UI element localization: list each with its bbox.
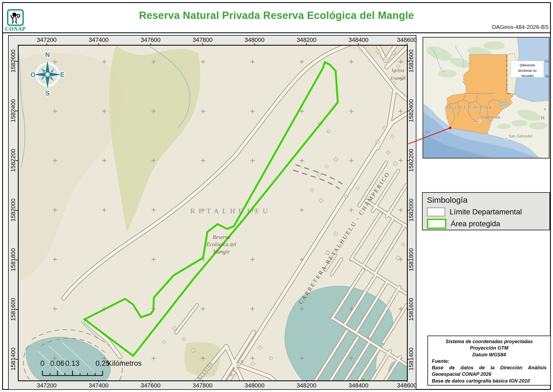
x-tick-label: 347400 bbox=[89, 36, 109, 43]
x-tick-label: 348200 bbox=[296, 36, 316, 43]
main-map-frame: 347200 347400 347600 347800 348000 34820… bbox=[8, 35, 416, 390]
map-canvas bbox=[18, 45, 408, 381]
conap-label: CONAP bbox=[4, 26, 27, 32]
source-heading: Fuente: bbox=[432, 358, 547, 364]
scale-tick-label: 0.06 bbox=[50, 359, 65, 368]
scale-tick-label: 0 bbox=[40, 359, 44, 368]
x-tick-label: 348000 bbox=[245, 36, 264, 43]
document-id: DAGeos-484-2026-BS bbox=[492, 24, 549, 30]
x-tick-label: 347200 bbox=[37, 382, 56, 389]
scale-tick-label: 0.13 bbox=[65, 359, 80, 368]
x-tick-label: 348600 bbox=[397, 382, 417, 389]
header-divider bbox=[2, 32, 551, 33]
san-salvador-dot bbox=[505, 137, 507, 140]
coordinate-strip-right: 1582600 1582400 1582200 1582000 1581800 … bbox=[407, 45, 416, 380]
legend-item-departmental: Límite Departamental bbox=[427, 207, 545, 217]
compass-east-label: E bbox=[60, 71, 65, 78]
compass-rose-icon: N S E O bbox=[30, 49, 65, 96]
coordinate-strip-left: 1582600 1582400 1582200 1582000 1581800 … bbox=[9, 45, 18, 380]
city-dot bbox=[544, 108, 546, 110]
projection-line: Proyección GTM bbox=[432, 345, 547, 351]
x-tick-label: 348000 bbox=[245, 382, 264, 389]
source-line-1: Base de datos de la Dirección Análisis G… bbox=[432, 364, 547, 378]
territorial-dispute-note: Diferendo territorial no resuelto bbox=[511, 61, 544, 77]
legend-title: Simbología bbox=[427, 195, 545, 205]
x-tick-label: 348400 bbox=[349, 382, 368, 389]
compass-west-label: O bbox=[31, 71, 36, 78]
compass-south-label: S bbox=[45, 90, 50, 96]
x-tick-label: 347800 bbox=[193, 36, 213, 43]
x-tick-label: 347400 bbox=[89, 382, 109, 389]
capital-city-dot bbox=[478, 120, 481, 123]
x-tick-label: 348600 bbox=[397, 36, 417, 43]
x-tick-label: 347600 bbox=[141, 382, 160, 389]
datum-line: Datum WGS84 bbox=[432, 352, 547, 358]
page-title: Reserva Natural Privada Reserva Ecológic… bbox=[0, 10, 553, 21]
legend: Simbología Límite Departamental Área pro… bbox=[422, 192, 550, 230]
x-tick-label: 347200 bbox=[37, 36, 56, 43]
legend-item-protected-area: Área protegida bbox=[427, 219, 545, 229]
x-tick-label: 348200 bbox=[296, 382, 316, 389]
scale-unit-label: Kilómetros bbox=[107, 359, 142, 368]
inset-locator-map: G u a t e m a l a Guatemala San Salvador… bbox=[423, 37, 549, 158]
coordinate-system-line: Sistema de coordenadas proyectadas bbox=[432, 338, 547, 345]
compass-north-label: N bbox=[45, 51, 50, 58]
map-plot-area: RETALHULEU Reserva Ecológica del Mangle … bbox=[18, 45, 408, 381]
coordinate-strip-top: 347200 347400 347600 347800 348000 34820… bbox=[9, 36, 416, 45]
x-tick-label: 347600 bbox=[141, 36, 160, 43]
departmental-boundary-swatch bbox=[427, 207, 445, 217]
x-tick-label: 348400 bbox=[349, 36, 368, 43]
scale-bar: 0 0.06 0.13 0.25 Kilómetros bbox=[36, 359, 163, 379]
credits-box: Sistema de coordenadas proyectadas Proye… bbox=[427, 336, 551, 386]
source-line-2: Base de datos cartografía básica IGN 201… bbox=[432, 378, 547, 384]
inset-canvas bbox=[423, 38, 549, 158]
scale-bar-ruler bbox=[36, 369, 112, 377]
map-document-page: CONAP Reserva Natural Privada Reserva Ec… bbox=[0, 0, 553, 392]
protected-area-swatch bbox=[427, 219, 446, 229]
x-tick-label: 347800 bbox=[193, 382, 213, 389]
coordinate-strip-bottom: 347200 347400 347600 347800 348000 34820… bbox=[9, 380, 416, 389]
